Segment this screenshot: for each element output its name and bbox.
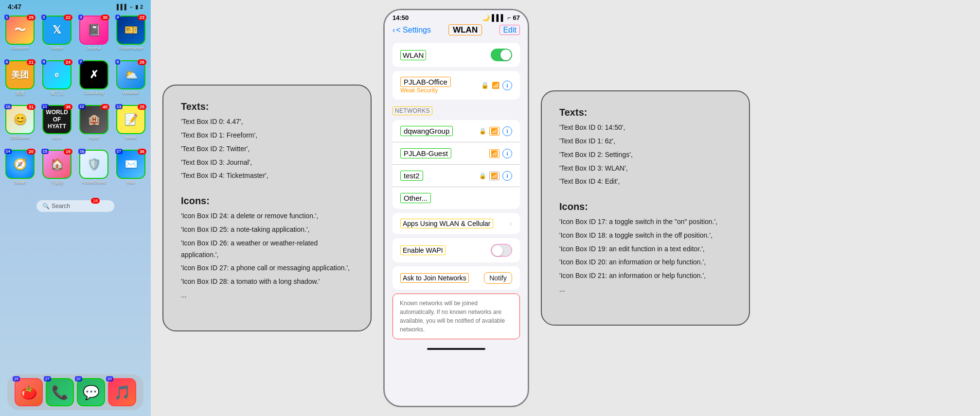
icon-ellipsis-right: ... bbox=[559, 284, 731, 295]
dock-music[interactable]: 🎵 bbox=[108, 378, 136, 406]
icon-item-r21: 'Icon Box ID 21: an information or help … bbox=[559, 270, 731, 282]
known-networks-text: Known networks will be joined automatica… bbox=[392, 294, 520, 339]
wlan-battery-num: 67 bbox=[513, 14, 520, 21]
network-dqwang[interactable]: dqwangGroup 🔒 📶 i bbox=[392, 120, 520, 142]
network-name-dqwang: dqwangGroup bbox=[400, 126, 453, 136]
wlan-toggle-switch[interactable] bbox=[491, 49, 512, 61]
app-emc[interactable]: e 24 5 bbox=[42, 60, 71, 89]
app-grid-row4: 🧭 20 14 Safari 🏠 19 15 下厨房 🛡️ 16 ActiveS… bbox=[0, 148, 151, 191]
dock-phone[interactable]: 📞 bbox=[46, 378, 74, 406]
status-bar-left: 4:47 ▌▌▌ ⌐ ▮ 2 bbox=[0, 0, 151, 12]
wlan-nav-title: WLAN bbox=[448, 25, 482, 35]
wlan-back-button[interactable]: ‹ < Settings bbox=[392, 26, 431, 35]
network-test2[interactable]: test2 🔒 📶 i bbox=[392, 165, 520, 187]
info-circle-dqwang[interactable]: i bbox=[502, 126, 512, 136]
wifi-bars-icon: 📶 bbox=[492, 82, 499, 89]
lock-icon-dqwang: 🔒 bbox=[479, 128, 486, 135]
app-label-blind: blind bbox=[52, 135, 61, 140]
back-chevron-icon: ‹ bbox=[392, 26, 395, 35]
app-activeshield[interactable]: 🛡️ 16 bbox=[79, 150, 108, 179]
network-pjlab-guest[interactable]: PJLAB-Guest 📶 i bbox=[392, 142, 520, 165]
app-label-emc: 懂了么 bbox=[51, 90, 64, 97]
info-circle-test2[interactable]: i bbox=[502, 171, 512, 181]
battery-num: 2 bbox=[140, 4, 143, 10]
app-grid-row3: 😊 31 10 OffScreen WORLDOFHYATT 38 11 bli… bbox=[0, 103, 151, 146]
wapi-toggle[interactable] bbox=[491, 244, 512, 257]
dock-messages[interactable]: 💬 bbox=[77, 378, 105, 406]
wlan-toggle-row[interactable]: WLAN bbox=[392, 43, 520, 67]
icon-item-27: 'Icon Box ID 27: a phone call or messagi… bbox=[181, 262, 353, 274]
texts-heading-right: Texts: bbox=[559, 107, 731, 118]
wlan-edit-button[interactable]: Edit bbox=[499, 26, 520, 35]
icon-item-r18: 'Icon Box ID 18: a toggle switch in the … bbox=[559, 230, 731, 242]
app-twitter[interactable]: 𝕏 22 2 bbox=[42, 16, 71, 45]
enable-wapi-row[interactable]: Enable WAPI bbox=[392, 238, 520, 262]
battery-icon: ▮ bbox=[135, 4, 138, 10]
ask-join-row[interactable]: Ask to Join Networks Notify bbox=[392, 266, 520, 290]
app-label-mail: Mail bbox=[127, 180, 135, 185]
app-blind[interactable]: WORLDOFHYATT 38 11 bbox=[42, 105, 71, 134]
app-weather[interactable]: ⛅ 26 8 bbox=[116, 60, 145, 89]
app-label-safari: Safari bbox=[14, 180, 26, 185]
icon-item-25: 'Icon Box ID 25: a note-taking applicati… bbox=[181, 224, 353, 236]
texts-section-left: Texts: 'Text Box ID 0: 4.47', 'Text Box … bbox=[181, 101, 353, 182]
status-icons-left: ▌▌▌ ⌐ ▮ 2 bbox=[117, 4, 143, 10]
status-time-left: 4:47 bbox=[8, 3, 21, 11]
icon-item-r20: 'Icon Box ID 20: an information or help … bbox=[559, 257, 731, 268]
dock: 🍅 28 📞 27 💬 32 🎵 33 bbox=[7, 374, 143, 410]
app-label-weather: Weather bbox=[123, 90, 139, 95]
apps-using-wlan-row[interactable]: Apps Using WLAN & Cellular › bbox=[392, 213, 520, 234]
lock-icon-test2: 🔒 bbox=[479, 173, 486, 179]
wifi-icon-dqwang: 📶 bbox=[489, 127, 499, 136]
iphone-left-panel: 4:47 ▌▌▌ ⌐ ▮ 2 〜 29 1 Freeform 𝕏 22 2 Tw… bbox=[0, 0, 151, 416]
current-network-row[interactable]: PJLAB-Office Weak Security 🔒 📶 i bbox=[392, 71, 520, 100]
info-card-left: Texts: 'Text Box ID 0: 4.47', 'Text Box … bbox=[162, 85, 372, 331]
app-freeform[interactable]: 〜 29 1 bbox=[5, 16, 35, 45]
info-circle-pjlab[interactable]: i bbox=[502, 149, 512, 158]
icons-heading-right: Icons: bbox=[559, 201, 731, 212]
wlan-time: 14:50 bbox=[392, 14, 409, 21]
app-safari[interactable]: 🧭 20 14 bbox=[5, 150, 35, 179]
text-item-2: 'Text Box ID 2: Twitter', bbox=[181, 143, 353, 155]
icons-section-right: Icons: 'Icon Box ID 17: a toggle switch … bbox=[559, 201, 731, 295]
back-label: < Settings bbox=[396, 26, 431, 35]
app-meituan[interactable]: 美团 21 6 bbox=[5, 60, 35, 89]
text-item-r0: 'Text Box ID 0: 14:50', bbox=[559, 122, 731, 134]
icon-item-26: 'Icon Box ID 26: a weather or weather-re… bbox=[181, 238, 353, 261]
app-label-cookunity: CookUnity bbox=[84, 90, 104, 95]
app-journal[interactable]: 📓 30 3 bbox=[79, 16, 108, 45]
text-item-0: 'Text Box ID 0: 4.47', bbox=[181, 116, 353, 128]
wlan-wifi-icon: ⌐ bbox=[507, 14, 511, 21]
app-xiamian[interactable]: 🏠 19 15 bbox=[42, 150, 71, 179]
weak-security-label: Weak Security bbox=[400, 87, 451, 94]
search-bar[interactable]: 🔍 Search 18 bbox=[36, 200, 114, 212]
icon-item-24: 'Icon Box ID 24: a delete or remove func… bbox=[181, 210, 353, 222]
search-label: Search bbox=[52, 203, 70, 209]
app-x[interactable]: ✗ 7 bbox=[79, 60, 108, 89]
text-item-4: 'Text Box ID 4: Ticketmaster', bbox=[181, 170, 353, 182]
network-name-other: Other... bbox=[400, 193, 431, 203]
wlan-status-bar: 14:50 🌙 ▌▌▌ ⌐ 67 bbox=[385, 10, 528, 23]
known-networks-description: Known networks will be joined automatica… bbox=[400, 300, 505, 333]
app-label-journal: Journal bbox=[87, 46, 101, 51]
app-label-freeform: Freeform bbox=[11, 46, 29, 51]
app-hyatt[interactable]: 🏨 40 12 bbox=[79, 105, 108, 134]
notify-button[interactable]: Notify bbox=[484, 272, 512, 284]
icon-item-r19: 'Icon Box ID 19: an edit function in a t… bbox=[559, 243, 731, 255]
app-label-notes: Notes bbox=[125, 135, 137, 140]
app-notes[interactable]: 📝 25 13 bbox=[116, 105, 145, 134]
info-circle-current[interactable]: i bbox=[502, 81, 512, 90]
enable-wapi-label: Enable WAPI bbox=[400, 245, 445, 255]
dock-tomato[interactable]: 🍅 bbox=[15, 378, 43, 406]
icons-section-left: Icons: 'Icon Box ID 24: a delete or remo… bbox=[181, 195, 353, 301]
app-ticketmaster[interactable]: 🎫 23 4 bbox=[116, 16, 145, 45]
text-item-r2: 'Text Box ID 2: Settings', bbox=[559, 149, 731, 161]
networks-section-header: NETWORKS bbox=[385, 104, 528, 116]
app-mail[interactable]: ✉️ 36 17 bbox=[116, 150, 145, 179]
current-network-group: PJLAB-Office Weak Security 🔒 📶 i bbox=[392, 71, 520, 100]
wlan-label: WLAN bbox=[400, 50, 426, 60]
app-offscreen[interactable]: 😊 31 10 bbox=[5, 105, 35, 134]
network-other[interactable]: Other... bbox=[392, 187, 520, 209]
text-item-r4: 'Text Box ID 4: Edit', bbox=[559, 176, 731, 188]
wlan-toggle-group: WLAN bbox=[392, 43, 520, 67]
